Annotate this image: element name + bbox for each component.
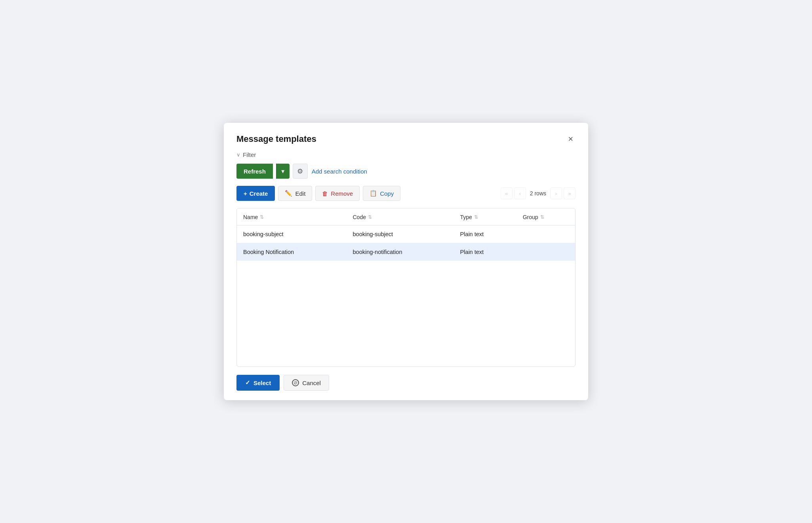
- sort-icon-type: ⇅: [474, 214, 478, 220]
- cancel-icon: ⊘: [292, 379, 299, 386]
- gear-icon: ⚙: [297, 167, 303, 176]
- modal-title: Message templates: [236, 134, 316, 144]
- remove-button-label: Remove: [331, 190, 353, 197]
- checkmark-icon: ✓: [245, 379, 250, 386]
- table-container: Name ⇅ Code ⇅ Type ⇅: [236, 208, 576, 367]
- copy-button[interactable]: 📋 Copy: [363, 186, 400, 201]
- filter-toggle[interactable]: ∨ Filter: [236, 151, 576, 158]
- table-row[interactable]: booking-subject booking-subject Plain te…: [237, 225, 575, 243]
- cell-code: booking-notification: [347, 243, 454, 261]
- col-header-type[interactable]: Type ⇅: [454, 208, 516, 225]
- edit-icon: ✏️: [285, 190, 292, 197]
- table-row[interactable]: Booking Notification booking-notificatio…: [237, 243, 575, 261]
- remove-button[interactable]: 🗑 Remove: [315, 186, 360, 201]
- bottom-bar: ✓ Select ⊘ Cancel: [236, 375, 576, 391]
- rows-count: 2 rows: [528, 190, 549, 197]
- cell-code: booking-subject: [347, 225, 454, 243]
- last-page-button[interactable]: »: [564, 187, 576, 199]
- sort-icon-code: ⇅: [368, 214, 372, 220]
- close-button[interactable]: ×: [566, 134, 576, 144]
- toolbar-row: Refresh ▼ ⚙ Add search condition: [236, 164, 576, 179]
- chevron-down-icon: ▼: [280, 168, 286, 174]
- pagination-area: « ‹ 2 rows › »: [501, 187, 576, 199]
- cell-group: [517, 225, 575, 243]
- edit-button[interactable]: ✏️ Edit: [278, 186, 312, 201]
- cell-group: [517, 243, 575, 261]
- create-button-label: Create: [250, 190, 268, 197]
- filter-label: Filter: [243, 151, 256, 158]
- cancel-button-label: Cancel: [302, 380, 321, 386]
- col-header-name[interactable]: Name ⇅: [237, 208, 347, 225]
- next-page-button[interactable]: ›: [550, 187, 562, 199]
- copy-button-label: Copy: [380, 190, 394, 197]
- cell-type: Plain text: [454, 243, 516, 261]
- col-header-group[interactable]: Group ⇅: [517, 208, 575, 225]
- sort-icon-name: ⇅: [260, 214, 264, 220]
- select-button-label: Select: [254, 380, 271, 386]
- cell-name: Booking Notification: [237, 243, 347, 261]
- trash-icon: 🗑: [322, 190, 328, 197]
- col-header-code[interactable]: Code ⇅: [347, 208, 454, 225]
- cell-type: Plain text: [454, 225, 516, 243]
- first-page-button[interactable]: «: [501, 187, 513, 199]
- copy-icon: 📋: [370, 190, 377, 197]
- select-button[interactable]: ✓ Select: [236, 375, 280, 391]
- actions-row: + Create ✏️ Edit 🗑 Remove 📋 Copy « ‹ 2 r…: [236, 186, 576, 201]
- modal-header: Message templates ×: [236, 134, 576, 144]
- create-button[interactable]: + Create: [236, 186, 275, 201]
- prev-page-button[interactable]: ‹: [514, 187, 526, 199]
- cell-name: booking-subject: [237, 225, 347, 243]
- filter-section: ∨ Filter: [236, 151, 576, 158]
- settings-button[interactable]: ⚙: [293, 164, 308, 179]
- add-search-condition-link[interactable]: Add search condition: [311, 166, 368, 176]
- refresh-button[interactable]: Refresh: [236, 164, 273, 179]
- cancel-button[interactable]: ⊘ Cancel: [284, 375, 329, 391]
- plus-icon: +: [244, 190, 247, 197]
- table-header-row: Name ⇅ Code ⇅ Type ⇅: [237, 208, 575, 225]
- message-templates-modal: Message templates × ∨ Filter Refresh ▼ ⚙…: [224, 123, 588, 400]
- edit-button-label: Edit: [295, 190, 305, 197]
- templates-table: Name ⇅ Code ⇅ Type ⇅: [237, 208, 575, 261]
- sort-icon-group: ⇅: [540, 214, 544, 220]
- filter-chevron-icon: ∨: [236, 152, 240, 158]
- refresh-dropdown-button[interactable]: ▼: [276, 164, 290, 179]
